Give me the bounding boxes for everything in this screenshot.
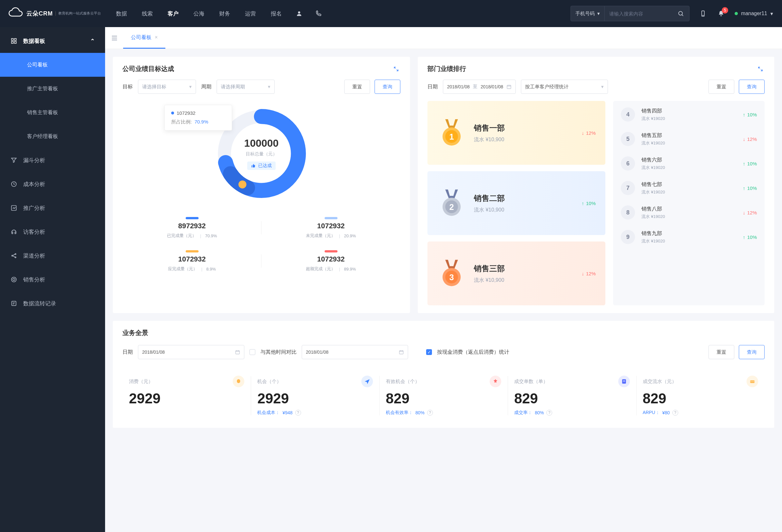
cash-stat-checkbox[interactable]: ✓ — [426, 349, 432, 355]
overview-query-button[interactable]: 查询 — [739, 345, 765, 359]
sidebar-group-label: 数据看板 — [23, 37, 45, 45]
rank-flow: 流水 ¥19020 — [641, 116, 736, 121]
search-button[interactable] — [672, 6, 689, 21]
sidebar-sub-promo-mgr[interactable]: 推广主管看板 — [0, 77, 105, 101]
rank-name: 销售八部 — [641, 206, 736, 212]
sidebar-item-sales[interactable]: 销售分析 — [0, 268, 105, 291]
collapse-sidebar-button[interactable] — [109, 33, 120, 43]
sidebar-item-visitor[interactable]: 访客分析 — [0, 220, 105, 244]
rank-row: 7 销售七部流水 ¥19020 ↑10% — [613, 176, 765, 200]
sidebar-sub-sales-mgr[interactable]: 销售主管看板 — [0, 101, 105, 125]
stat-uncompleted: 1072932未完成量（元）|20.9% — [261, 211, 400, 244]
nav-signup[interactable]: 报名 — [271, 10, 282, 17]
arrow-up-icon: ↑ — [581, 201, 584, 206]
expand-icon[interactable] — [392, 65, 400, 73]
legend-bar-icon — [325, 217, 337, 219]
rank-number: 5 — [621, 132, 635, 146]
phone-icon[interactable] — [314, 9, 323, 18]
compare-checkbox[interactable] — [249, 349, 255, 355]
sidebar-sub-company[interactable]: 公司看板 — [0, 53, 105, 77]
rank-number: 8 — [621, 205, 635, 220]
stat-label: 未完成量（元） — [306, 233, 335, 239]
dashboard-icon — [10, 38, 17, 44]
rank-flow: 流水 ¥19020 — [641, 165, 736, 171]
svg-rect-6 — [11, 42, 13, 43]
overview-reset-button[interactable]: 重置 — [709, 345, 734, 359]
help-icon[interactable]: ? — [672, 410, 678, 416]
rank-delta: ↓12% — [581, 130, 596, 136]
svg-rect-31 — [399, 351, 403, 354]
target-icon — [10, 276, 17, 283]
sidebar-item-channel[interactable]: 渠道分析 — [0, 244, 105, 268]
sidebar-item-cost[interactable]: 成本分析 — [0, 172, 105, 196]
date-range-picker[interactable]: 2018/01/08 至 2018/01/08 — [443, 80, 516, 94]
stat-pct: 70.9% — [205, 234, 217, 238]
metric-value: 829 — [386, 390, 501, 406]
rank-number: 4 — [621, 107, 635, 121]
mode-value: 按工单客户经理统计 — [525, 84, 569, 90]
period-placeholder: 请选择周期 — [221, 84, 245, 90]
sidebar-item-promo[interactable]: 推广分析 — [0, 196, 105, 220]
sidebar-item-funnel[interactable]: 漏斗分析 — [0, 148, 105, 172]
rank-flow: ¥10,900 — [486, 207, 504, 212]
chevron-down-icon: ▾ — [771, 11, 773, 17]
logo[interactable]: 云朵CRM 教育机构一站式服务云平台 — [8, 7, 104, 20]
sidebar-item-dataflow[interactable]: 数据流转记录 — [0, 291, 105, 315]
rank-row: 9 销售九部流水 ¥19020 ↑10% — [613, 225, 765, 249]
delta-value: 12% — [586, 271, 596, 276]
target-placeholder: 请选择目标 — [142, 84, 166, 90]
nav-customer[interactable]: 客户 — [168, 10, 179, 17]
user-menu[interactable]: manager11 ▾ — [735, 11, 773, 17]
nav-data[interactable]: 数据 — [116, 10, 127, 17]
flow-prefix: 流水 — [474, 277, 484, 283]
sidebar-item-label: 推广分析 — [23, 204, 45, 212]
sidebar-group-dashboard[interactable]: 数据看板 ⌃ — [0, 29, 105, 53]
bell-icon[interactable]: 5 — [717, 9, 725, 18]
stat-expected: 1072932应完成量（元）|8.9% — [122, 244, 261, 278]
arrow-down-icon: ↓ — [581, 271, 584, 276]
tab-bar: 公司看板 × — [105, 27, 782, 49]
sidebar-sub-account-mgr[interactable]: 客户经理看板 — [0, 125, 105, 148]
nav-finance[interactable]: 财务 — [219, 10, 230, 17]
target-select[interactable]: 请选择目标▾ — [138, 80, 196, 94]
search-type-select[interactable]: 手机号码 ▾ — [571, 6, 605, 21]
rank-row: 8 销售八部流水 ¥19020 ↓12% — [613, 200, 765, 225]
tooltip-ratio-value: 70.9% — [195, 119, 209, 125]
overview-date1[interactable]: 2018/01/08 — [138, 345, 244, 359]
svg-rect-15 — [11, 301, 16, 305]
metric-label: 有效机会（个） — [386, 379, 420, 385]
help-icon[interactable]: ? — [295, 410, 301, 416]
rank-name: 销售三部 — [474, 263, 574, 274]
help-icon[interactable]: ? — [427, 410, 433, 416]
nav-public[interactable]: 公海 — [193, 10, 204, 17]
period-label: 周期 — [201, 83, 211, 90]
history-icon — [10, 300, 17, 307]
mobile-icon[interactable] — [699, 9, 708, 18]
expand-icon[interactable] — [756, 65, 765, 73]
ranking-query-button[interactable]: 查询 — [739, 80, 765, 94]
ranking-reset-button[interactable]: 重置 — [709, 80, 734, 94]
close-icon[interactable]: × — [155, 35, 157, 40]
svg-rect-4 — [11, 39, 13, 41]
nav-leads[interactable]: 线索 — [142, 10, 153, 17]
rank-delta: ↑10% — [581, 201, 596, 206]
svg-point-11 — [15, 253, 16, 254]
nav-ops[interactable]: 运营 — [245, 10, 256, 17]
help-icon[interactable]: ? — [546, 410, 552, 416]
flow-prefix: 流水 — [474, 207, 484, 212]
svg-point-12 — [15, 257, 16, 258]
cash-stat-label: 按现金消费（返点后消费）统计 — [437, 349, 509, 356]
rank-name: 销售五部 — [641, 132, 736, 139]
sidebar-item-label: 销售分析 — [23, 276, 45, 283]
mode-select[interactable]: 按工单客户经理统计▾ — [521, 80, 608, 94]
overview-metrics: 消费（元） 2929 机会（个） 2929 机会成本：¥948? 有效机会（个）… — [122, 371, 765, 420]
overview-date2[interactable]: 2018/01/08 — [302, 345, 408, 359]
goal-reset-button[interactable]: 重置 — [344, 80, 370, 94]
period-select[interactable]: 请选择周期▾ — [217, 80, 275, 94]
rank-name: 销售六部 — [641, 157, 736, 164]
user-icon[interactable] — [295, 9, 304, 18]
goal-query-button[interactable]: 查询 — [375, 80, 400, 94]
sidebar-item-label: 漏斗分析 — [23, 157, 45, 164]
tab-company-board[interactable]: 公司看板 × — [123, 27, 165, 49]
search-input[interactable] — [605, 6, 672, 21]
